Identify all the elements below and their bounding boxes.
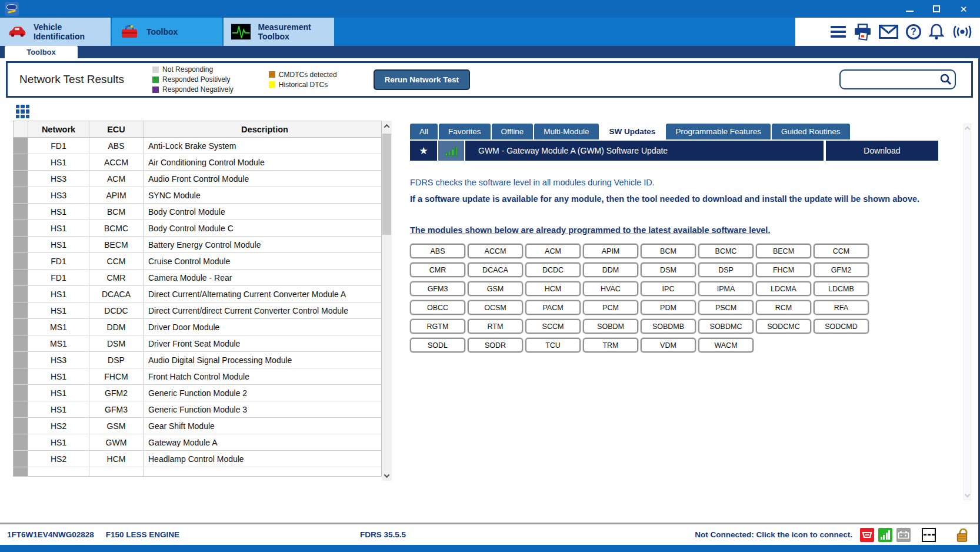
vci-disconnected-icon[interactable] <box>860 528 874 542</box>
tab-sw-updates[interactable]: SW Updates <box>600 124 665 139</box>
module-button-hcm[interactable]: HCM <box>525 281 581 296</box>
maximize-button[interactable] <box>932 4 941 14</box>
grid-view-icon[interactable] <box>16 105 29 118</box>
table-row[interactable]: HS1GFM3Generic Function Module 3 <box>14 401 381 418</box>
module-button-gsm[interactable]: GSM <box>468 281 523 296</box>
module-button-bcm[interactable]: BCM <box>641 244 696 258</box>
table-row[interactable]: HS1BCMCBody Control Module C <box>14 220 381 237</box>
module-button-pacm[interactable]: PACM <box>525 300 581 315</box>
table-row[interactable]: HS3ACMAudio Front Control Module <box>14 171 381 187</box>
download-button[interactable]: Download <box>825 141 938 161</box>
tab-programmable-features[interactable]: Programmable Features <box>666 124 771 139</box>
module-button-sobdmc[interactable]: SOBDMC <box>698 319 754 334</box>
module-button-accm[interactable]: ACCM <box>468 244 523 258</box>
table-row[interactable]: HS1ACCMAir Conditioning Control Module <box>14 154 381 171</box>
module-button-wacm[interactable]: WACM <box>698 338 754 353</box>
scroll-down-arrow-icon[interactable] <box>965 492 971 498</box>
menu-icon[interactable] <box>831 26 846 38</box>
module-button-sobdmb[interactable]: SOBDMB <box>641 319 696 334</box>
favorite-star-icon[interactable]: ★ <box>410 141 437 161</box>
notification-bell-icon[interactable] <box>929 24 944 40</box>
tab-favorites[interactable]: Favorites <box>439 124 491 139</box>
minimize-button[interactable] <box>905 4 914 14</box>
module-button-dcdc[interactable]: DCDC <box>525 262 581 277</box>
tab-guided-routines[interactable]: Guided Routines <box>772 124 850 139</box>
table-row[interactable]: FD1ABSAnti-Lock Brake System <box>14 138 381 154</box>
table-row[interactable]: HS1BECMBattery Energy Control Module <box>14 237 381 253</box>
module-button-ipma[interactable]: IPMA <box>698 281 754 296</box>
printer-icon[interactable] <box>854 24 871 41</box>
table-row[interactable]: HS1DCDCDirect Current/direct Current Con… <box>14 302 381 319</box>
module-button-sccm[interactable]: SCCM <box>525 319 581 334</box>
module-button-dsm[interactable]: DSM <box>641 262 696 277</box>
table-row[interactable]: HS1BCMBody Control Module <box>14 204 381 220</box>
module-button-apim[interactable]: APIM <box>583 244 638 258</box>
table-row[interactable]: HS3APIMSYNC Module <box>14 187 381 204</box>
table-row[interactable]: HS1GFM2Generic Function Module 2 <box>14 385 381 401</box>
table-row[interactable]: FD1CCMCruise Control Module <box>14 253 381 270</box>
module-button-obcc[interactable]: OBCC <box>410 300 465 315</box>
module-button-trm[interactable]: TRM <box>583 338 638 353</box>
close-button[interactable]: ✕ <box>959 4 968 14</box>
module-button-pdm[interactable]: PDM <box>641 300 696 315</box>
tab-vehicle-identification[interactable]: Vehicle Identification <box>0 18 111 46</box>
help-icon[interactable]: ? <box>906 24 921 39</box>
table-row[interactable]: HS3DSPAudio Digital Signal Processing Mo… <box>14 352 381 368</box>
battery-icon[interactable] <box>896 528 911 542</box>
scroll-down-arrow-icon[interactable] <box>382 470 392 481</box>
network-signal-icon[interactable] <box>878 528 892 542</box>
table-scrollbar[interactable] <box>382 121 392 481</box>
module-button-ldcma[interactable]: LDCMA <box>756 281 811 296</box>
search-icon[interactable] <box>937 73 955 86</box>
update-title[interactable]: GWM - Gateway Module A (GWM) Software Up… <box>465 141 824 161</box>
module-button-dsp[interactable]: DSP <box>698 262 754 277</box>
module-button-sodl[interactable]: SODL <box>410 338 465 353</box>
table-row[interactable]: FD1CMRCamera Module - Rear <box>14 270 381 286</box>
module-button-bcmc[interactable]: BCMC <box>698 244 754 258</box>
scrollbar-thumb[interactable] <box>382 134 391 235</box>
table-row[interactable]: HS1GWMGateway Module A <box>14 434 381 451</box>
module-button-gfm2[interactable]: GFM2 <box>814 262 869 277</box>
module-button-ipc[interactable]: IPC <box>641 281 696 296</box>
table-row[interactable]: MS1DDMDriver Door Module <box>14 319 381 335</box>
module-button-acm[interactable]: ACM <box>525 244 581 258</box>
voltage-dashes-icon[interactable] <box>922 528 936 542</box>
broadcast-icon[interactable] <box>952 24 973 39</box>
unlocked-padlock-icon[interactable] <box>955 527 969 543</box>
tab-offline[interactable]: Offline <box>492 124 534 139</box>
module-button-abs[interactable]: ABS <box>410 244 465 258</box>
tab-all[interactable]: All <box>410 124 438 139</box>
module-button-rgtm[interactable]: RGTM <box>410 319 465 334</box>
table-row[interactable]: HS1FHCMFront Hatch Control Module <box>14 368 381 385</box>
module-button-rtm[interactable]: RTM <box>468 319 523 334</box>
module-button-fhcm[interactable]: FHCM <box>756 262 811 277</box>
module-button-ddm[interactable]: DDM <box>583 262 638 277</box>
module-button-gfm3[interactable]: GFM3 <box>410 281 465 296</box>
table-row[interactable]: HS2HCMHeadlamp Control Module <box>14 451 381 467</box>
module-button-tcu[interactable]: TCU <box>525 338 581 353</box>
module-button-sodcmc[interactable]: SODCMC <box>756 319 811 334</box>
module-button-sobdm[interactable]: SOBDM <box>583 319 638 334</box>
module-button-pcm[interactable]: PCM <box>583 300 638 315</box>
module-button-rcm[interactable]: RCM <box>756 300 811 315</box>
tab-multi-module[interactable]: Multi-Module <box>534 124 598 139</box>
module-button-dcaca[interactable]: DCACA <box>468 262 523 277</box>
module-button-ocsm[interactable]: OCSM <box>468 300 523 315</box>
module-button-pscm[interactable]: PSCM <box>698 300 754 315</box>
module-button-sodr[interactable]: SODR <box>468 338 523 353</box>
module-button-ldcmb[interactable]: LDCMB <box>814 281 869 296</box>
module-button-vdm[interactable]: VDM <box>641 338 696 353</box>
rerun-network-test-button[interactable]: Rerun Network Test <box>374 69 471 90</box>
table-row[interactable]: MS1DSMDriver Front Seat Module <box>14 335 381 352</box>
module-button-cmr[interactable]: CMR <box>410 262 465 277</box>
module-button-hvac[interactable]: HVAC <box>583 281 638 296</box>
panel-scrollbar[interactable] <box>964 124 971 500</box>
table-row[interactable]: HS1DCACADirect Current/Alternating Curre… <box>14 286 381 302</box>
tab-measurement-toolbox[interactable]: Measurement Toolbox <box>224 18 334 46</box>
scroll-up-arrow-icon[interactable] <box>382 121 392 131</box>
document-tab-toolbox[interactable]: Toolbox <box>5 46 78 58</box>
search-input[interactable] <box>841 71 937 88</box>
tab-toolbox[interactable]: Toolbox <box>112 18 222 46</box>
scroll-up-arrow-icon[interactable] <box>965 127 971 132</box>
mail-icon[interactable] <box>879 25 898 39</box>
